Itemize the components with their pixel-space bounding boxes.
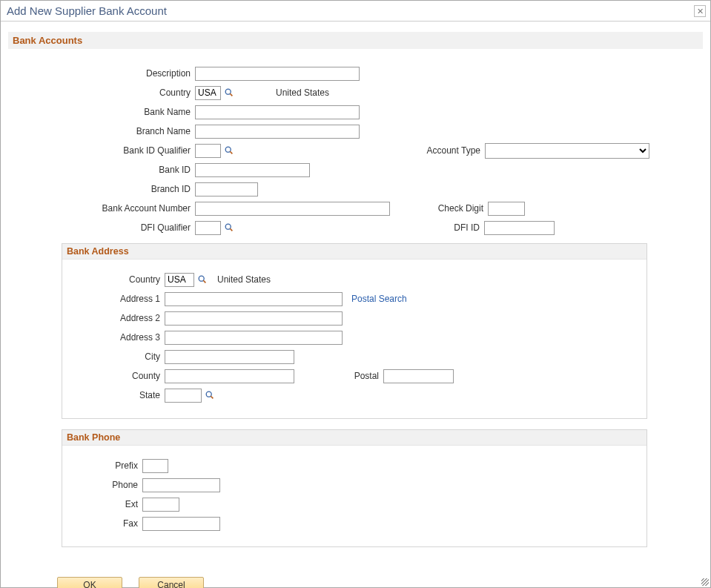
label-address2: Address 2 <box>68 313 165 323</box>
row-city: City <box>68 347 641 366</box>
city-input[interactable] <box>165 350 294 364</box>
label-country: Country <box>8 87 195 98</box>
row-description: Description <box>8 64 703 83</box>
row-country: Country United States <box>8 83 703 102</box>
description-input[interactable] <box>195 67 360 81</box>
label-branch-name: Branch Name <box>8 126 195 136</box>
row-fax: Fax <box>68 514 641 533</box>
branch-id-input[interactable] <box>195 182 258 196</box>
svg-line-1 <box>230 93 232 96</box>
cancel-button[interactable]: Cancel <box>139 577 204 588</box>
addr-country-name-text: United States <box>208 274 271 285</box>
bank-address-section: Bank Address Country United States Addre… <box>62 243 647 419</box>
svg-point-6 <box>199 276 204 281</box>
row-bank-id: Bank ID <box>8 160 703 179</box>
prefix-input[interactable] <box>142 459 168 473</box>
title-bar: Add New Supplier Bank Account ✕ <box>1 1 710 22</box>
row-addr-country: Country United States <box>68 270 641 289</box>
label-bank-name: Bank Name <box>8 107 195 117</box>
postal-search-link[interactable]: Postal Search <box>351 294 407 304</box>
label-fax: Fax <box>68 518 142 529</box>
row-address1: Address 1 Postal Search <box>68 289 641 308</box>
label-dfi-qualifier: DFI Qualifier <box>8 222 195 233</box>
bank-address-header: Bank Address <box>62 244 646 260</box>
label-check-digit: Check Digit <box>438 203 488 214</box>
ok-button[interactable]: OK <box>57 577 122 588</box>
phone-input[interactable] <box>142 478 220 492</box>
account-type-select[interactable] <box>485 143 649 159</box>
svg-line-3 <box>230 151 232 153</box>
search-icon <box>205 390 215 400</box>
addr-country-input[interactable] <box>165 273 194 287</box>
row-bank-account-number: Bank Account Number Check Digit <box>8 199 703 218</box>
window-title: Add New Supplier Bank Account <box>7 4 167 17</box>
row-county: County Postal <box>68 366 641 386</box>
label-address3: Address 3 <box>68 332 165 343</box>
row-ext: Ext <box>68 495 641 514</box>
bank-name-input[interactable] <box>195 105 360 119</box>
bank-id-qualifier-lookup-button[interactable] <box>223 145 235 156</box>
svg-point-4 <box>225 224 231 229</box>
svg-point-8 <box>206 392 211 397</box>
dfi-id-input[interactable] <box>484 221 555 235</box>
label-prefix: Prefix <box>68 460 142 471</box>
section-bank-accounts-header: Bank Accounts <box>8 32 703 49</box>
svg-point-2 <box>225 147 231 152</box>
postal-input[interactable] <box>383 369 454 383</box>
svg-line-7 <box>203 280 205 283</box>
label-phone: Phone <box>68 480 142 490</box>
button-bar: OK Cancel <box>57 577 703 588</box>
address3-input[interactable] <box>165 331 343 345</box>
bank-phone-section: Bank Phone Prefix Phone Ext Fax <box>62 429 647 547</box>
dfi-qualifier-input[interactable] <box>195 221 221 235</box>
branch-name-input[interactable] <box>195 125 360 139</box>
bank-phone-header: Bank Phone <box>62 430 646 446</box>
state-input[interactable] <box>165 389 202 403</box>
fax-input[interactable] <box>142 517 220 531</box>
close-button[interactable]: ✕ <box>694 5 706 17</box>
svg-line-9 <box>211 396 213 398</box>
bank-id-input[interactable] <box>195 163 310 177</box>
label-state: State <box>68 390 165 400</box>
row-address3: Address 3 <box>68 328 641 347</box>
search-icon <box>224 222 234 233</box>
row-prefix: Prefix <box>68 456 641 475</box>
svg-line-5 <box>230 228 232 231</box>
address2-input[interactable] <box>165 311 343 326</box>
row-branch-name: Branch Name <box>8 122 703 141</box>
label-dfi-id: DFI ID <box>454 222 484 233</box>
addr-country-lookup-button[interactable] <box>196 274 208 285</box>
ext-input[interactable] <box>142 498 179 512</box>
label-county: County <box>68 371 165 381</box>
row-bank-name: Bank Name <box>8 102 703 122</box>
label-description: Description <box>8 68 195 79</box>
svg-point-0 <box>225 89 231 94</box>
row-address2: Address 2 <box>68 308 641 328</box>
dfi-qualifier-lookup-button[interactable] <box>223 222 235 234</box>
check-digit-input[interactable] <box>488 202 525 216</box>
country-lookup-button[interactable] <box>223 87 235 99</box>
label-bank-account-number: Bank Account Number <box>8 203 195 214</box>
country-name-text: United States <box>235 87 329 98</box>
row-branch-id: Branch ID <box>8 179 703 199</box>
close-icon: ✕ <box>697 7 704 16</box>
state-lookup-button[interactable] <box>204 389 216 401</box>
row-state: State <box>68 386 641 405</box>
address1-input[interactable] <box>165 292 343 306</box>
resize-handle-icon[interactable] <box>700 577 709 586</box>
row-dfi-qualifier: DFI Qualifier DFI ID <box>8 218 703 237</box>
label-addr-country: Country <box>68 274 165 285</box>
search-icon <box>224 87 234 98</box>
row-phone: Phone <box>68 475 641 495</box>
bank-id-qualifier-input[interactable] <box>195 144 221 158</box>
label-city: City <box>68 351 165 362</box>
label-postal: Postal <box>294 371 383 381</box>
label-bank-id: Bank ID <box>8 165 195 175</box>
search-icon <box>224 145 234 156</box>
county-input[interactable] <box>165 369 294 383</box>
country-input[interactable] <box>195 86 221 100</box>
label-branch-id: Branch ID <box>8 184 195 194</box>
label-bank-id-qualifier: Bank ID Qualifier <box>8 145 195 156</box>
label-account-type: Account Type <box>427 145 486 156</box>
bank-account-number-input[interactable] <box>195 202 390 216</box>
